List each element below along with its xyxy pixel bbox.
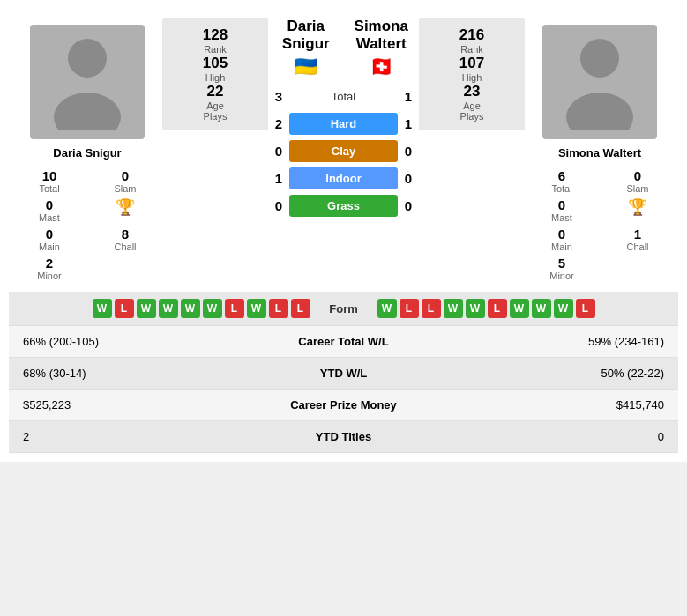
svg-point-1 xyxy=(54,93,121,130)
svg-point-2 xyxy=(580,39,619,78)
indoor-p2-score: 0 xyxy=(398,171,419,186)
player1-rank-stat: 128 Rank xyxy=(203,26,228,55)
player2-minor-label: Minor xyxy=(549,271,574,281)
player1-chall-cell: 8 Chall xyxy=(92,226,159,252)
player2-main-value: 0 xyxy=(558,226,565,241)
form-badge-p1: W xyxy=(247,299,266,318)
player2-slam-cell: 0 Slam xyxy=(604,168,671,194)
player2-header: Simona Waltert 🇨🇭 xyxy=(344,18,420,78)
player2-form-badges: WLLWWLWWWL xyxy=(377,299,670,318)
player1-header: Daria Snigur 🇺🇦 xyxy=(268,18,344,78)
form-badge-p2: W xyxy=(466,299,485,318)
clay-p1-score: 0 xyxy=(268,144,289,159)
player2-age-label: Age xyxy=(463,100,481,111)
form-section: WLWWWWLWLL Form WLLWWLWWWL xyxy=(9,292,678,326)
player2-avatar xyxy=(542,25,657,139)
stats-right-val: $415,740 xyxy=(458,390,678,421)
form-badge-p2: W xyxy=(510,299,529,318)
svg-point-3 xyxy=(566,93,633,130)
player1-mast-value: 0 xyxy=(46,197,53,212)
stats-row: 66% (200-105)Career Total W/L59% (234-16… xyxy=(9,326,678,358)
player2-middle-stats: 216 Rank 107 High 23 Age Plays xyxy=(419,18,525,130)
player1-age-stat: 22 Age xyxy=(206,83,224,111)
player2-header-name: Simona Waltert xyxy=(344,18,420,53)
total-row: 3 Total 1 xyxy=(268,89,419,104)
players-section: Daria Snigur 10 Total 0 Slam 0 Mast 🏆 xyxy=(9,9,678,292)
player1-middle-stats: 128 Rank 105 High 22 Age Plays xyxy=(162,18,268,130)
player1-total-value: 10 xyxy=(42,168,57,183)
hard-row: 2 Hard 1 xyxy=(268,113,419,135)
hard-p1-score: 2 xyxy=(268,116,289,131)
player2-rank-value: 216 xyxy=(459,26,484,44)
player1-mast-cell: 0 Mast xyxy=(16,197,83,223)
stats-right-val: 0 xyxy=(458,421,678,453)
grass-row: 0 Grass 0 xyxy=(268,195,419,217)
form-badge-p1: W xyxy=(137,299,156,318)
form-badge-p2: W xyxy=(554,299,573,318)
player1-high-stat: 105 High xyxy=(203,55,228,83)
player1-slam-value: 0 xyxy=(122,168,129,183)
player2-chall-value: 1 xyxy=(634,226,641,241)
player1-trophy-icon: 🏆 xyxy=(116,197,135,217)
player2-age-stat: 23 Age xyxy=(463,83,481,111)
player1-age-value: 22 xyxy=(206,83,224,100)
player1-main-value: 0 xyxy=(46,226,53,241)
stats-row: $525,223Career Prize Money$415,740 xyxy=(9,390,678,421)
form-badge-p1: W xyxy=(181,299,200,318)
player1-total-label: Total xyxy=(39,183,59,194)
player1-main-full-cell: 0 Main xyxy=(16,226,83,252)
player1-main-label: Main xyxy=(39,241,60,252)
player1-plays-label: Plays xyxy=(204,111,228,122)
player2-stats: 6 Total 0 Slam 0 Mast 🏆 0 Main xyxy=(528,168,671,281)
form-badge-p1: W xyxy=(203,299,222,318)
stats-center-label: YTD Titles xyxy=(229,421,457,453)
player1-rank-label: Rank xyxy=(203,44,228,55)
stats-left-val: $525,223 xyxy=(9,390,229,421)
player1-high-value: 105 xyxy=(203,55,228,72)
form-badge-p1: L xyxy=(115,299,134,318)
bottom-stats-table: 66% (200-105)Career Total W/L59% (234-16… xyxy=(9,326,678,453)
player1-slam-cell: 0 Slam xyxy=(92,168,159,194)
form-badge-p2: W xyxy=(444,299,463,318)
player2-name: Simona Waltert xyxy=(558,146,641,160)
player2-rank-stat: 216 Rank xyxy=(459,26,484,55)
player-headers: Daria Snigur 🇺🇦 Simona Waltert 🇨🇭 xyxy=(268,18,419,78)
stats-right-val: 50% (22-22) xyxy=(458,358,678,390)
form-badge-p1: W xyxy=(159,299,178,318)
player1-minor-value: 2 xyxy=(46,256,53,271)
player2-card: Simona Waltert 6 Total 0 Slam 0 Mast 🏆 xyxy=(525,18,675,288)
clay-row: 0 Clay 0 xyxy=(268,140,419,162)
hard-badge: Hard xyxy=(289,113,398,135)
form-badge-p2: L xyxy=(576,299,595,318)
form-badge-p2: L xyxy=(422,299,441,318)
player2-chall-label: Chall xyxy=(626,241,648,252)
player1-header-name: Daria Snigur xyxy=(268,18,344,53)
stats-left-val: 2 xyxy=(9,421,229,453)
grass-p1-score: 0 xyxy=(268,198,289,213)
player1-minor-label: Minor xyxy=(37,271,62,281)
player1-chall-value: 8 xyxy=(122,226,129,241)
player2-age-value: 23 xyxy=(463,83,481,100)
form-badge-p2: W xyxy=(532,299,551,318)
player2-slam-value: 0 xyxy=(634,168,641,183)
total-p2-score: 1 xyxy=(398,89,419,104)
stats-center-label: YTD W/L xyxy=(229,358,457,390)
total-p1-score: 3 xyxy=(268,89,289,104)
stats-left-val: 66% (200-105) xyxy=(9,326,229,358)
player1-rank-value: 128 xyxy=(203,26,228,44)
svg-point-0 xyxy=(68,39,107,78)
indoor-badge: Indoor xyxy=(289,167,398,189)
player1-chall-label: Chall xyxy=(114,241,136,252)
stats-center-label: Career Total W/L xyxy=(229,326,457,358)
player2-mast-value: 0 xyxy=(558,197,565,212)
stats-left-val: 68% (30-14) xyxy=(9,358,229,390)
player1-form-badges: WLWWWWLWLL xyxy=(18,299,310,318)
player1-slam-label: Slam xyxy=(114,183,136,194)
hard-p2-score: 1 xyxy=(398,116,419,131)
player1-flag: 🇺🇦 xyxy=(294,56,317,78)
player1-stats: 10 Total 0 Slam 0 Mast 🏆 0 Main xyxy=(16,168,159,281)
player2-total-label: Total xyxy=(551,183,571,194)
stats-row: 68% (30-14)YTD W/L50% (22-22) xyxy=(9,358,678,390)
stats-center-label: Career Prize Money xyxy=(229,390,457,421)
player1-trophy-cell: 🏆 xyxy=(92,197,159,223)
